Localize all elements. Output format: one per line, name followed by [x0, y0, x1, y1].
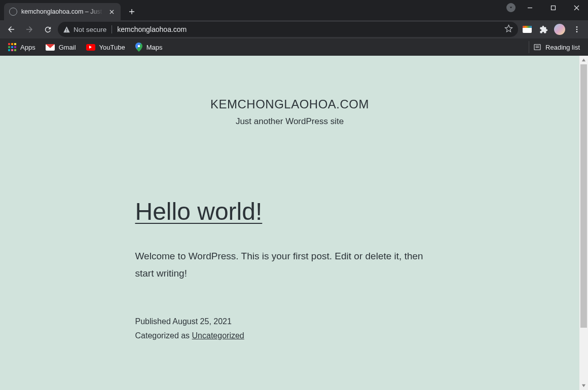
chevron-down-icon: [506, 3, 516, 12]
security-indicator[interactable]: Not secure: [63, 26, 106, 33]
divider: [112, 25, 112, 33]
new-tab-button[interactable]: [125, 5, 139, 19]
category-link[interactable]: Uncategorized: [192, 331, 244, 340]
maximize-button[interactable]: [541, 0, 565, 15]
warning-icon: [63, 26, 70, 33]
tab-strip: kemchonglaohoa.com – Just another WordPr…: [0, 0, 504, 20]
svg-point-5: [576, 31, 578, 32]
svg-rect-2: [66, 31, 67, 31]
apps-grid-icon: [8, 43, 16, 51]
scroll-thumb[interactable]: [580, 64, 587, 328]
site-tagline: Just another WordPress site: [0, 116, 579, 127]
security-label: Not secure: [74, 26, 106, 33]
maps-icon: [135, 43, 142, 52]
bookmark-label: Maps: [146, 44, 163, 51]
post-title-link[interactable]: Hello world!: [135, 198, 263, 225]
svg-rect-0: [551, 6, 555, 10]
post-category: Categorized as Uncategorized: [135, 329, 445, 342]
window-controls: [504, 0, 588, 20]
tab-title: kemchonglaohoa.com – Just another WordPr…: [21, 8, 103, 15]
tab-search-button[interactable]: [504, 0, 518, 15]
bookmark-gmail[interactable]: Gmail: [42, 42, 80, 53]
menu-button[interactable]: [569, 21, 585, 37]
reload-button[interactable]: [40, 21, 56, 37]
puzzle-icon: [539, 25, 548, 34]
post-excerpt: Welcome to WordPress. This is your first…: [135, 248, 445, 282]
bookmark-apps[interactable]: Apps: [4, 41, 40, 53]
bookmark-star-button[interactable]: [504, 24, 513, 34]
post-meta: Published August 25, 2021 Categorized as…: [135, 315, 445, 342]
kebab-icon: [573, 25, 581, 33]
address-bar[interactable]: Not secure kemchonglaohoa.com: [58, 22, 518, 37]
forward-button[interactable]: [21, 21, 38, 37]
scroll-down-button[interactable]: [579, 381, 588, 390]
calendar-icon: [523, 26, 532, 33]
bookmarks-bar: Apps Gmail YouTube Maps Reading list: [0, 38, 588, 56]
categorized-label: Categorized as: [135, 331, 192, 340]
gmail-icon: [46, 44, 55, 51]
tab-close-button[interactable]: [107, 8, 116, 16]
svg-rect-1: [66, 28, 67, 30]
extensions-button[interactable]: [536, 22, 550, 36]
post-published: Published August 25, 2021: [135, 315, 445, 328]
published-label: Published: [135, 317, 173, 326]
vertical-scrollbar[interactable]: [579, 56, 588, 390]
profile-button[interactable]: [553, 22, 567, 36]
browser-tab[interactable]: kemchonglaohoa.com – Just another WordPr…: [4, 3, 121, 20]
reading-list-button[interactable]: Reading list: [529, 41, 584, 53]
scroll-track[interactable]: [579, 64, 588, 381]
url-text: kemchonglaohoa.com: [117, 25, 499, 33]
bookmark-maps[interactable]: Maps: [131, 41, 167, 54]
globe-icon: [9, 8, 17, 16]
viewport: KEMCHONGLAOHOA.COM Just another WordPres…: [0, 56, 588, 390]
bookmark-youtube[interactable]: YouTube: [82, 42, 129, 53]
browser-toolbar: Not secure kemchonglaohoa.com: [0, 20, 588, 38]
avatar-icon: [554, 24, 565, 35]
bookmark-label: YouTube: [99, 44, 125, 51]
extension-calendar-button[interactable]: [520, 22, 534, 36]
scroll-up-button[interactable]: [579, 56, 588, 64]
bookmark-label: Gmail: [59, 44, 76, 51]
back-button[interactable]: [3, 21, 19, 37]
site-title[interactable]: KEMCHONGLAOHOA.COM: [0, 97, 579, 111]
page-content: KEMCHONGLAOHOA.COM Just another WordPres…: [0, 56, 579, 390]
svg-rect-7: [534, 45, 540, 50]
reading-list-label: Reading list: [545, 44, 580, 51]
youtube-icon: [86, 44, 95, 51]
svg-point-4: [576, 29, 578, 30]
reading-list-icon: [533, 43, 541, 51]
post: Hello world! Welcome to WordPress. This …: [135, 198, 445, 342]
svg-point-6: [137, 45, 140, 48]
window-close-button[interactable]: [565, 0, 588, 15]
bookmark-label: Apps: [20, 44, 35, 51]
minimize-button[interactable]: [518, 0, 541, 15]
titlebar: kemchonglaohoa.com – Just another WordPr…: [0, 0, 588, 20]
site-header: KEMCHONGLAOHOA.COM Just another WordPres…: [0, 56, 579, 127]
published-date: August 25, 2021: [172, 317, 232, 326]
svg-point-3: [576, 26, 578, 28]
